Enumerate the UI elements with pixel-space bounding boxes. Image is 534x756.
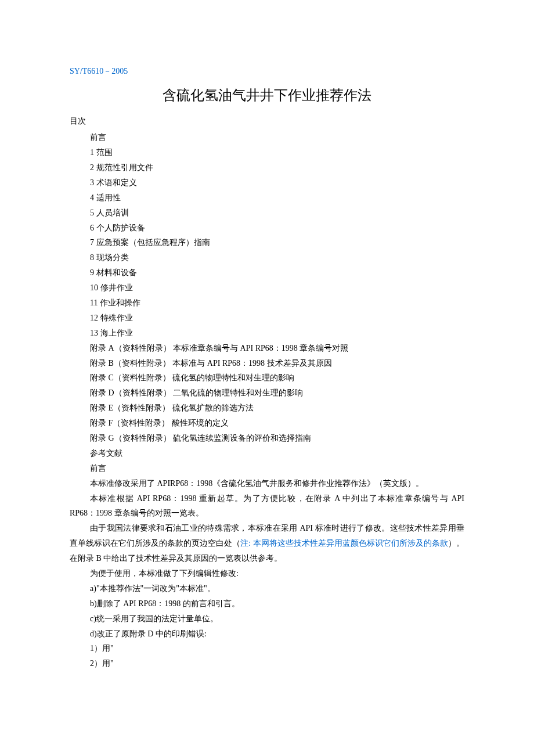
list-item: 1）用" [70, 641, 464, 656]
list-item: b)删除了 API RP68：1998 的前言和引言。 [70, 596, 464, 611]
toc-item: 11 作业和操作 [90, 296, 464, 311]
paragraph: 本标准根据 API RP68：1998 重新起草。为了方便比较，在附录 A 中列… [70, 491, 464, 521]
toc-item: 参考文献 [90, 446, 464, 461]
paragraph: 为便于使用，本标准做了下列编辑性修改: [70, 566, 464, 581]
toc-item: 13 海上作业 [90, 326, 464, 341]
paragraph: 本标准修改采用了 APIRP68：1998《含硫化氢油气井服务和修井作业推荐作法… [49, 476, 464, 491]
toc-item: 12 特殊作业 [90, 311, 464, 326]
toc-item: 附录 C（资料性附录） 硫化氢的物理特性和对生理的影响 [90, 370, 464, 386]
list-item: d)改正了原附录 D 中的印刷错误: [70, 627, 464, 642]
preface-body: 由于我国法律要求和石油工业的特殊需求，本标准在采用 API 标准时进行了修改。这… [70, 521, 464, 566]
toc-item: 4 适用性 [90, 190, 464, 206]
document-title: 含硫化氢油气井井下作业推荐作法 [70, 82, 464, 108]
toc-item: 附录 A（资料性附录） 本标准章条编号与 API RP68：1998 章条编号对… [90, 341, 464, 356]
toc-item: 6 个人防护设备 [90, 221, 464, 236]
toc-item: 附录 E（资料性附录） 硫化氢扩散的筛选方法 [90, 401, 464, 416]
toc-item: 5 人员培训 [90, 206, 464, 221]
toc-item: 前言 [90, 130, 464, 145]
toc-item: 3 术语和定义 [90, 175, 464, 190]
toc-item: 8 现场分类 [90, 250, 464, 265]
toc-heading: 目次 [70, 114, 464, 129]
inline-note: 注: 本网将这些技术性差异用蓝颜色标识它们所涉及的条款 [240, 539, 448, 548]
preface-body: 本标准修改采用了 APIRP68：1998《含硫化氢油气井服务和修井作业推荐作法… [70, 476, 464, 491]
paragraph: 由于我国法律要求和石油工业的特殊需求，本标准在采用 API 标准时进行了修改。这… [70, 521, 464, 566]
toc-item: 前言 [90, 461, 464, 476]
standard-code: SY/T6610－2005 [70, 64, 464, 79]
toc-item: 7 应急预案（包括应急程序）指南 [90, 235, 464, 250]
list-item: 2）用" [70, 656, 464, 671]
table-of-contents: 前言 1 范围 2 规范性引用文件 3 术语和定义 4 适用性 5 人员培训 6… [70, 130, 464, 476]
toc-item: 1 范围 [90, 145, 464, 160]
preface-body: 为便于使用，本标准做了下列编辑性修改: a)"本推荐作法"一词改为"本标准"。 … [70, 566, 464, 671]
preface-body: 本标准根据 API RP68：1998 重新起草。为了方便比较，在附录 A 中列… [70, 491, 464, 521]
document-page: SY/T6610－2005 含硫化氢油气井井下作业推荐作法 目次 前言 1 范围… [0, 0, 534, 756]
list-item: a)"本推荐作法"一词改为"本标准"。 [70, 581, 464, 596]
toc-item: 附录 F（资料性附录） 酸性环境的定义 [90, 416, 464, 431]
list-item: c)统一采用了我国的法定计量单位。 [70, 611, 464, 627]
toc-item: 附录 B（资料性附录） 本标准与 API RP68：1998 技术差异及其原因 [90, 356, 464, 371]
toc-item: 10 修井作业 [90, 280, 464, 296]
toc-item: 附录 G（资料性附录） 硫化氢连续监测设备的评价和选择指南 [90, 431, 464, 446]
toc-item: 附录 D（资料性附录） 二氧化硫的物理特性和对生理的影响 [90, 386, 464, 401]
toc-item: 9 材料和设备 [90, 265, 464, 280]
toc-item: 2 规范性引用文件 [90, 160, 464, 175]
